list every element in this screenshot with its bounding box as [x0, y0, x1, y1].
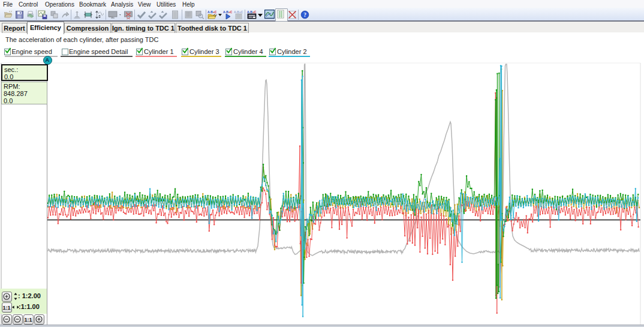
svg-text:?: ? [303, 12, 306, 18]
svg-text:A·B+C: A·B+C [207, 10, 217, 14]
svg-text:A·B+C: A·B+C [234, 10, 243, 14]
svg-text:1:1: 1:1 [24, 317, 32, 323]
svg-text:1:1: 1:1 [2, 305, 10, 311]
svg-text:A·B+C: A·B+C [247, 10, 257, 14]
svg-text:A·B+C: A·B+C [223, 10, 233, 14]
